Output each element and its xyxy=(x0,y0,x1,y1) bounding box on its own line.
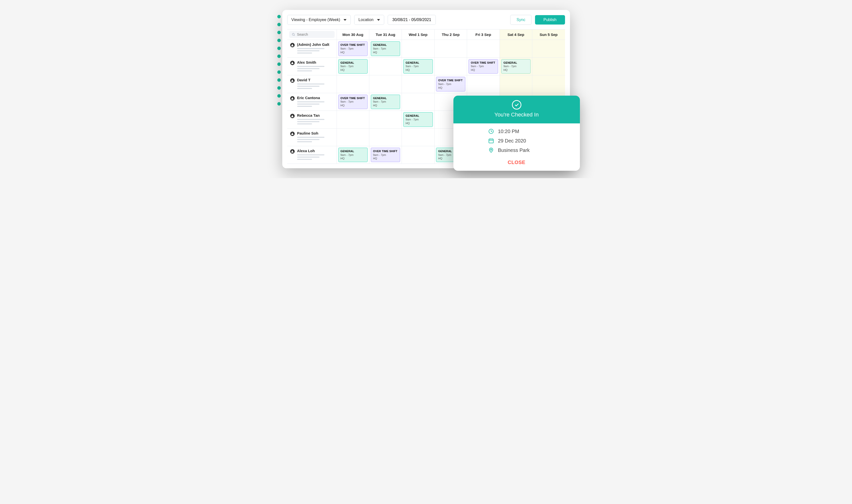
avatar-icon xyxy=(290,149,295,154)
schedule-slot[interactable] xyxy=(500,40,532,58)
schedule-slot[interactable] xyxy=(532,40,565,58)
schedule-slot[interactable]: GENERAL 9am - 7pm HQ xyxy=(369,40,402,58)
shift-time: 9am - 7pm xyxy=(373,153,398,157)
checkin-header: You're Checked In xyxy=(453,96,580,123)
shift-location: HQ xyxy=(341,104,365,107)
shift-card[interactable]: GENERAL 9am - 7pm HQ xyxy=(338,148,368,162)
date-range-text: 30/08/21 - 05/09/2021 xyxy=(393,18,431,22)
employee-name: David T xyxy=(297,78,325,82)
schedule-slot[interactable] xyxy=(369,111,402,129)
check-circle-icon xyxy=(512,100,521,109)
employee-name: (Admin) John Galt xyxy=(297,42,329,47)
date-range-picker[interactable]: 30/08/21 - 05/09/2021 xyxy=(388,15,436,25)
schedule-slot[interactable] xyxy=(402,75,434,93)
shift-location: HQ xyxy=(405,68,430,72)
schedule-slot[interactable] xyxy=(337,111,369,129)
search-icon xyxy=(292,33,295,36)
checkin-title: You're Checked In xyxy=(453,111,580,118)
location-select[interactable]: Location xyxy=(354,15,384,25)
chevron-down-icon xyxy=(344,19,347,21)
publish-button[interactable]: Publish xyxy=(535,15,565,24)
schedule-slot[interactable] xyxy=(435,40,467,58)
schedule-slot[interactable] xyxy=(369,75,402,93)
employee-cell: Rebecca Tan xyxy=(287,111,337,129)
search-box[interactable] xyxy=(289,31,335,38)
schedule-slot[interactable]: GENERAL 9am - 7pm HQ xyxy=(337,58,369,76)
schedule-slot[interactable] xyxy=(467,40,500,58)
shift-time: 9am - 7pm xyxy=(341,65,365,68)
shift-location: HQ xyxy=(405,122,430,125)
checkin-body: 10:20 PM 29 Dec 2020 Business Park xyxy=(453,123,580,158)
shift-type: GENERAL xyxy=(341,61,365,65)
schedule-slot[interactable] xyxy=(435,58,467,76)
shift-type: GENERAL xyxy=(341,149,365,153)
shift-type: GENERAL xyxy=(504,61,528,65)
schedule-slot[interactable]: OVER TIME SHIFT 9am - 7pm HQ xyxy=(369,146,402,164)
shift-time: 9am - 7pm xyxy=(341,100,365,104)
shift-card[interactable]: GENERAL 9am - 7pm HQ xyxy=(338,59,368,74)
employee-cell: Eric Cantona xyxy=(287,93,337,111)
sync-button[interactable]: Sync xyxy=(510,15,532,25)
schedule-slot[interactable]: GENERAL 9am - 7pm HQ xyxy=(369,93,402,111)
schedule-slot[interactable] xyxy=(337,75,369,93)
checkin-date: 29 Dec 2020 xyxy=(498,138,526,144)
avatar-icon xyxy=(290,114,295,118)
schedule-slot[interactable] xyxy=(532,58,565,76)
schedule-slot[interactable]: OVER TIME SHIFT 9am - 7pm HQ xyxy=(337,93,369,111)
shift-card[interactable]: GENERAL 9am - 7pm HQ xyxy=(501,59,531,74)
shift-type: GENERAL xyxy=(373,43,398,47)
schedule-slot[interactable] xyxy=(369,129,402,146)
schedule-slot[interactable] xyxy=(532,75,565,93)
shift-location: HQ xyxy=(471,68,495,72)
svg-rect-3 xyxy=(489,139,493,143)
shift-location: HQ xyxy=(341,51,365,54)
checkin-time: 10:20 PM xyxy=(498,129,519,134)
employee-meta xyxy=(297,155,325,160)
shift-time: 9am - 7pm xyxy=(373,100,398,104)
search-input[interactable] xyxy=(297,33,332,36)
schedule-slot[interactable]: GENERAL 9am - 7pm HQ xyxy=(337,146,369,164)
schedule-slot[interactable]: OVER TIME SHIFT 9am - 7pm HQ xyxy=(467,58,500,76)
schedule-slot[interactable]: OVER TIME SHIFT 9am - 7pm HQ xyxy=(337,40,369,58)
avatar-icon xyxy=(290,96,295,101)
view-select[interactable]: Viewing - Employee (Week) xyxy=(287,15,351,25)
day-header: Fri 3 Sep xyxy=(467,30,500,40)
schedule-slot[interactable] xyxy=(402,146,434,164)
checkin-date-row: 29 Dec 2020 xyxy=(488,138,573,144)
shift-card[interactable]: GENERAL 9am - 7pm HQ xyxy=(371,95,400,109)
shift-card[interactable]: OVER TIME SHIFT 9am - 7pm HQ xyxy=(469,59,498,74)
shift-type: GENERAL xyxy=(405,61,430,65)
schedule-slot[interactable] xyxy=(500,75,532,93)
checkin-card: You're Checked In 10:20 PM 29 Dec 2020 B… xyxy=(453,96,580,171)
svg-point-7 xyxy=(490,149,492,150)
employee-meta xyxy=(297,66,325,71)
shift-card[interactable]: OVER TIME SHIFT 9am - 7pm HQ xyxy=(338,41,368,56)
shift-time: 9am - 7pm xyxy=(471,65,495,68)
schedule-slot[interactable] xyxy=(402,93,434,111)
schedule-slot[interactable] xyxy=(369,58,402,76)
shift-card[interactable]: OVER TIME SHIFT 9am - 7pm HQ xyxy=(338,95,368,109)
shift-card[interactable]: OVER TIME SHIFT 9am - 7pm HQ xyxy=(436,77,465,91)
schedule-slot[interactable] xyxy=(402,40,434,58)
schedule-slot[interactable] xyxy=(402,129,434,146)
shift-card[interactable]: GENERAL 9am - 7pm HQ xyxy=(371,41,400,56)
checkin-close-button[interactable]: CLOSE xyxy=(453,158,580,171)
employee-name: Pauline Soh xyxy=(297,131,325,135)
employee-meta xyxy=(297,119,325,124)
avatar-icon xyxy=(290,61,295,65)
pin-icon xyxy=(488,147,494,153)
shift-time: 9am - 7pm xyxy=(405,65,430,68)
shift-card[interactable]: OVER TIME SHIFT 9am - 7pm HQ xyxy=(371,148,400,162)
shift-card[interactable]: GENERAL 9am - 7pm HQ xyxy=(403,59,433,74)
day-header: Wed 1 Sep xyxy=(402,30,434,40)
schedule-slot[interactable] xyxy=(467,75,500,93)
schedule-slot[interactable]: GENERAL 9am - 7pm HQ xyxy=(402,111,434,129)
schedule-slot[interactable]: GENERAL 9am - 7pm HQ xyxy=(402,58,434,76)
shift-card[interactable]: GENERAL 9am - 7pm HQ xyxy=(403,112,433,127)
schedule-slot[interactable]: OVER TIME SHIFT 9am - 7pm HQ xyxy=(435,75,467,93)
schedule-slot[interactable]: GENERAL 9am - 7pm HQ xyxy=(500,58,532,76)
shift-type: OVER TIME SHIFT xyxy=(341,43,365,47)
schedule-slot[interactable] xyxy=(337,129,369,146)
day-header: Thu 2 Sep xyxy=(435,30,467,40)
employee-cell: Pauline Soh xyxy=(287,129,337,146)
